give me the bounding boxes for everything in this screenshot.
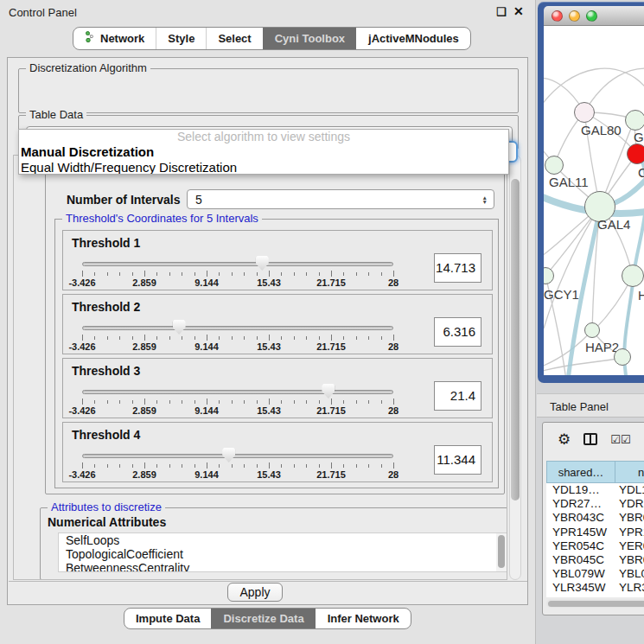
threshold-slider[interactable]: -3.4262.8599.14415.4321.71528 <box>82 295 393 355</box>
tick-mark <box>94 272 95 276</box>
table-row[interactable]: YDR27…YDR27… <box>546 497 644 511</box>
scrollbar-thumb[interactable] <box>548 601 644 607</box>
table-cell[interactable]: YPR145W <box>615 526 644 539</box>
slider-thumb[interactable] <box>256 256 269 271</box>
numerical-attributes-list[interactable]: SelfLoopsTopologicalCoefficientBetweenne… <box>58 532 507 572</box>
network-node-hap2[interactable] <box>584 322 600 338</box>
column-layout-icon[interactable] <box>583 433 597 445</box>
minimize-traffic-light[interactable] <box>569 10 580 22</box>
tab-jactivemnodules[interactable]: jActiveMNodules <box>356 28 470 49</box>
table-body: YDL19…YDL19…YDR27…YDR27…YBR043CYBR043CYP… <box>546 483 644 597</box>
zoom-traffic-light[interactable] <box>586 10 597 22</box>
scrollbar-thumb[interactable] <box>498 535 505 568</box>
table-row[interactable]: YDL19…YDL19… <box>546 483 644 497</box>
close-icon[interactable]: ✕ <box>513 4 524 18</box>
tab-select[interactable]: Select <box>206 28 262 49</box>
table-cell[interactable]: YER054C <box>615 539 644 553</box>
table-cell[interactable]: YBR045C <box>546 553 615 567</box>
table-row[interactable]: YPR145WYPR145W <box>546 526 644 539</box>
network-node-gal11[interactable] <box>545 156 564 175</box>
tab-cyni-toolbox[interactable]: Cyni Toolbox <box>263 28 356 49</box>
close-traffic-light[interactable] <box>552 10 563 22</box>
table-row[interactable]: YER054CYER054C <box>546 539 644 553</box>
column-header-name[interactable]: n <box>615 461 644 483</box>
tick-mark <box>306 400 307 404</box>
network-window-titlebar[interactable] <box>544 6 644 26</box>
algorithm-popup-list: Manual DiscretizationEqual Width/Frequen… <box>19 144 508 175</box>
main-scrollbar[interactable] <box>509 155 521 580</box>
column-select-icon[interactable]: ☑☑ <box>610 433 630 446</box>
tick-mark <box>232 400 233 404</box>
network-node-g[interactable] <box>625 110 644 131</box>
table-cell[interactable]: YER054C <box>546 539 615 553</box>
threshold-slider[interactable]: -3.4262.8599.14415.4321.71528 <box>82 231 393 291</box>
table-cell[interactable]: YDR27… <box>615 497 644 511</box>
tick-mark <box>356 336 357 340</box>
threshold-value-field[interactable]: 11.344 <box>434 445 481 475</box>
network-canvas[interactable]: GAL80GCGAL11GAL4GCY1HHAP2 <box>544 26 644 375</box>
network-node[interactable] <box>614 348 631 366</box>
tick-mark <box>82 335 83 341</box>
table-row[interactable]: YIL052CYIL052C <box>546 596 644 598</box>
tick-mark <box>244 464 245 468</box>
table-cell[interactable]: YBR045C <box>615 553 644 567</box>
tick-mark <box>343 336 344 340</box>
slider-thumb[interactable] <box>222 448 235 462</box>
algorithm-option-manual-discretization[interactable]: Manual Discretization <box>19 144 508 160</box>
threshold-value-field[interactable]: 21.4 <box>434 381 481 411</box>
threshold-slider[interactable]: -3.4262.8599.14415.4321.71528 <box>82 423 393 483</box>
table-cell[interactable]: YPR145W <box>546 526 615 539</box>
table-row[interactable]: YBR043CYBR043C <box>546 511 644 525</box>
tick-label: 9.144 <box>194 341 219 352</box>
table-horizontal-scrollbar[interactable] <box>546 599 644 608</box>
table-cell[interactable]: YBL079W <box>546 567 615 581</box>
slider-thumb[interactable] <box>322 384 335 399</box>
tick-mark <box>182 272 182 276</box>
threshold-slider[interactable]: -3.4262.8599.14415.4321.71528 <box>82 359 393 419</box>
tab-style[interactable]: Style <box>156 28 206 49</box>
column-header-shared-name[interactable]: shared… <box>546 461 615 483</box>
network-node-h[interactable] <box>622 265 644 287</box>
network-node-c[interactable] <box>627 143 644 164</box>
spinner-icon <box>482 194 488 204</box>
tick-mark <box>381 336 382 340</box>
settings-gear-icon[interactable]: ⚙ <box>558 432 571 447</box>
tab-impute-data[interactable]: Impute Data <box>124 609 211 628</box>
threshold-value-field[interactable]: 14.713 <box>434 253 481 283</box>
table-cell[interactable]: YBL079W <box>615 567 644 581</box>
slider-thumb[interactable] <box>173 320 186 335</box>
list-item[interactable]: TopologicalCoefficient <box>59 547 507 561</box>
network-node-gal80[interactable] <box>574 102 595 123</box>
threshold-value-field[interactable]: 6.316 <box>434 317 481 347</box>
tab-infer-network[interactable]: Infer Network <box>316 609 411 628</box>
table-cell[interactable]: YBR043C <box>546 511 615 525</box>
table-cell[interactable]: YLR345W <box>615 581 644 595</box>
table-data-label: Table Data <box>26 108 86 121</box>
table-cell[interactable]: YDL19… <box>615 483 644 497</box>
tick-mark <box>343 272 344 276</box>
attributes-scrollbar[interactable] <box>496 533 507 571</box>
table-cell[interactable]: YLR345W <box>546 581 615 595</box>
table-cell[interactable]: YIL052C <box>615 596 644 598</box>
table-row[interactable]: YBR045CYBR045C <box>546 553 644 567</box>
scrollbar-thumb[interactable] <box>511 179 520 501</box>
tab-discretize-data[interactable]: Discretize Data <box>211 609 315 628</box>
table-cell[interactable]: YIL052C <box>546 596 615 598</box>
tick-label: -3.426 <box>68 469 95 480</box>
number-of-intervals-combobox[interactable]: 5 <box>187 189 494 209</box>
slider-track <box>82 262 393 266</box>
table-cell[interactable]: YBR043C <box>615 511 644 525</box>
table-cell[interactable]: YDR27… <box>546 497 615 511</box>
control-panel: Control Panel ❑ ✕ NetworkStyleSelectCyni… <box>0 0 536 644</box>
table-row[interactable]: YLR345WYLR345W <box>546 581 644 595</box>
tick-mark <box>219 464 220 468</box>
apply-button[interactable]: Apply <box>227 583 283 602</box>
algorithm-option-equal-width-frequency-discretization[interactable]: Equal Width/Frequency Discretization <box>19 160 508 175</box>
tab-network[interactable]: Network <box>73 28 156 49</box>
table-row[interactable]: YBL079WYBL079W <box>546 567 644 581</box>
float-window-icon[interactable]: ❑ <box>496 8 505 16</box>
tick-mark <box>356 400 357 404</box>
table-cell[interactable]: YDL19… <box>546 483 615 497</box>
list-item[interactable]: SelfLoops <box>59 533 507 547</box>
list-item[interactable]: BetweennessCentrality <box>59 561 507 572</box>
